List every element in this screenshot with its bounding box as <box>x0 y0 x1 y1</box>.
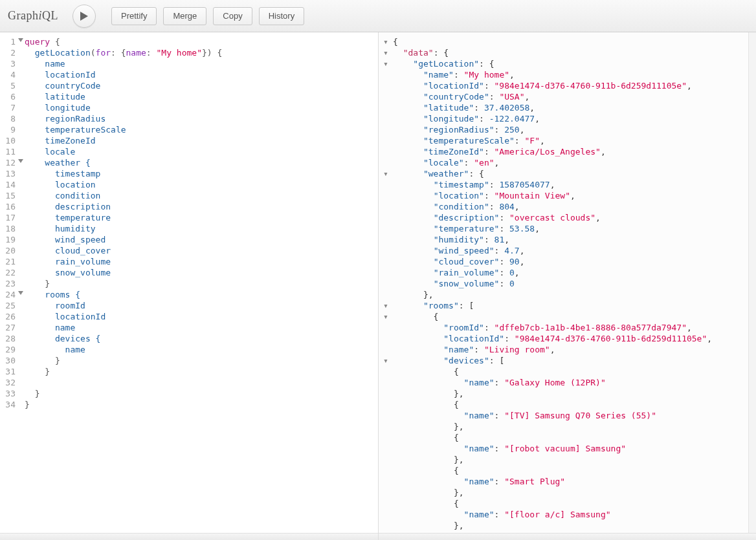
field: wind_speed <box>25 235 106 244</box>
field: name <box>25 345 85 354</box>
keyword: query <box>25 37 50 47</box>
field: roomId <box>25 301 85 310</box>
line-number: 11 <box>0 146 22 157</box>
editor-footer <box>0 533 378 540</box>
line-number: 1 <box>0 36 22 47</box>
field: cloud_cover <box>25 246 111 255</box>
run-button[interactable] <box>72 5 96 28</box>
field: longitude <box>25 103 91 113</box>
line-number: 15 <box>0 190 22 201</box>
history-button[interactable]: History <box>259 7 304 25</box>
fold-icon[interactable] <box>18 159 23 163</box>
line-number: 2 <box>0 47 22 58</box>
line-number: 22 <box>0 267 22 278</box>
fold-icon[interactable] <box>18 38 23 42</box>
line-number: 27 <box>0 322 22 333</box>
field: name <box>25 323 75 332</box>
line-number: 5 <box>0 80 22 91</box>
fold-icon[interactable]: ▾ <box>379 36 393 47</box>
line-number: 12 <box>0 157 22 168</box>
field: locale <box>25 147 75 157</box>
string-literal: "My home" <box>157 48 202 58</box>
arg-name: name <box>126 48 146 58</box>
line-number: 4 <box>0 69 22 80</box>
line-number: 33 <box>0 388 22 399</box>
scrollbar-track[interactable] <box>748 32 756 533</box>
field: timestamp <box>25 169 100 178</box>
fold-icon[interactable]: ▾ <box>379 47 393 58</box>
field: devices { <box>25 334 100 343</box>
query-editor-pane: 1234567891011121314151617181920212223242… <box>0 32 379 540</box>
field: latitude <box>25 92 85 102</box>
line-number: 16 <box>0 201 22 212</box>
fold-icon[interactable]: ▾ <box>379 311 393 322</box>
field: regionRadius <box>25 114 106 124</box>
fold-icon[interactable]: ▾ <box>379 355 393 366</box>
field: countryCode <box>25 81 100 91</box>
line-number: 3 <box>0 58 22 69</box>
field: humidity <box>25 224 96 233</box>
line-number: 10 <box>0 135 22 146</box>
fold-icon[interactable] <box>18 291 23 295</box>
result-footer <box>379 533 756 540</box>
line-number: 24 <box>0 289 22 300</box>
field: rain_volume <box>25 257 111 266</box>
prettify-button[interactable]: Prettify <box>111 7 157 25</box>
line-number: 13 <box>0 168 22 179</box>
field: temperatureScale <box>25 125 126 135</box>
field: temperature <box>25 213 111 222</box>
fold-icon[interactable]: ▾ <box>379 58 393 69</box>
field: locationId <box>25 312 106 321</box>
line-gutter: 1234567891011121314151617181920212223242… <box>0 36 25 410</box>
copy-button[interactable]: Copy <box>213 7 252 25</box>
merge-button[interactable]: Merge <box>163 7 206 25</box>
result-pane: ▾▾▾ ▾ ▾▾ ▾ { "data": { "getLocation": { … <box>379 32 756 540</box>
line-number: 17 <box>0 212 22 223</box>
result-viewer[interactable]: { "data": { "getLocation": { "name": "My… <box>393 36 756 531</box>
line-number: 6 <box>0 91 22 102</box>
line-number: 34 <box>0 399 22 410</box>
line-number: 14 <box>0 179 22 190</box>
arg-name: for <box>96 48 111 58</box>
line-number: 18 <box>0 223 22 234</box>
line-number: 8 <box>0 113 22 124</box>
line-number: 29 <box>0 344 22 355</box>
line-number: 20 <box>0 245 22 256</box>
field: name <box>25 59 65 69</box>
play-icon <box>80 11 89 21</box>
line-number: 7 <box>0 102 22 113</box>
line-number: 28 <box>0 333 22 344</box>
line-number: 25 <box>0 300 22 311</box>
line-number: 19 <box>0 234 22 245</box>
field: weather { <box>25 158 91 167</box>
app-logo: GraphiQL <box>8 9 58 23</box>
result-fold-gutter: ▾▾▾ ▾ ▾▾ ▾ <box>379 36 393 531</box>
line-number: 30 <box>0 355 22 366</box>
field: getLocation <box>35 48 91 58</box>
line-number: 21 <box>0 256 22 267</box>
query-editor[interactable]: query { getLocation(for: {name: "My home… <box>25 36 378 410</box>
line-number: 23 <box>0 278 22 289</box>
toolbar: GraphiQL Prettify Merge Copy History <box>0 0 756 32</box>
field: snow_volume <box>25 268 111 277</box>
line-number: 9 <box>0 124 22 135</box>
field: rooms { <box>25 290 80 299</box>
field: timeZoneId <box>25 136 96 146</box>
field: condition <box>25 191 100 200</box>
field: location <box>25 180 96 189</box>
line-number: 32 <box>0 377 22 388</box>
field: locationId <box>25 70 96 80</box>
workspace: 1234567891011121314151617181920212223242… <box>0 32 756 540</box>
field: description <box>25 202 111 211</box>
fold-icon[interactable]: ▾ <box>379 168 393 179</box>
line-number: 31 <box>0 366 22 377</box>
fold-icon[interactable]: ▾ <box>379 300 393 311</box>
line-number: 26 <box>0 311 22 322</box>
